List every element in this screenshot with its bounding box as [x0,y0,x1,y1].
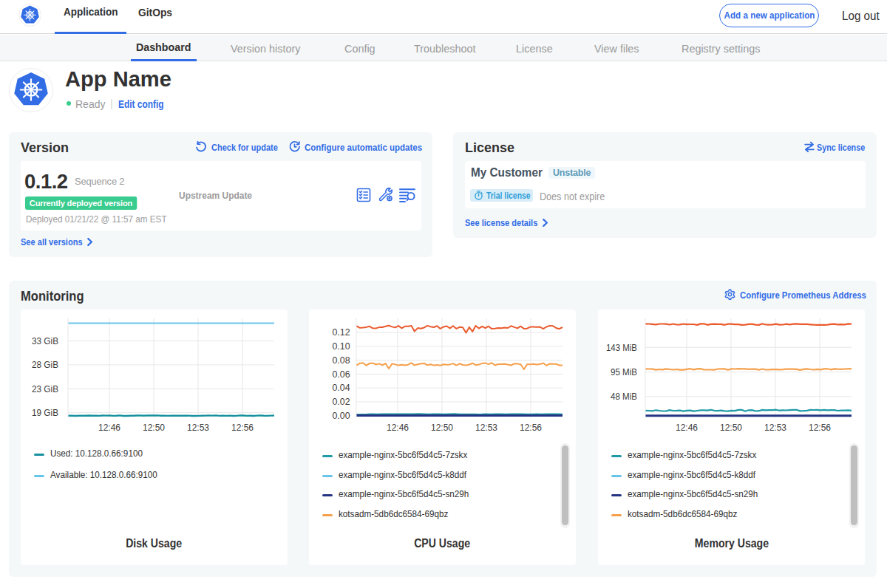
svg-text:12:53: 12:53 [475,423,497,433]
svg-text:143 MiB: 143 MiB [606,343,637,353]
svg-text:12:56: 12:56 [231,423,254,433]
svg-text:0.06: 0.06 [333,369,350,380]
svg-text:12:46: 12:46 [676,423,698,433]
svg-text:12:53: 12:53 [764,423,786,433]
svg-text:12:50: 12:50 [431,423,453,433]
svg-text:0.10: 0.10 [333,341,350,352]
svg-text:12:50: 12:50 [143,423,165,433]
svg-text:0.04: 0.04 [333,383,350,393]
svg-text:28 GiB: 28 GiB [32,360,58,370]
svg-text:0.02: 0.02 [333,397,350,407]
svg-text:95 MiB: 95 MiB [611,367,637,377]
svg-text:0.08: 0.08 [333,355,350,366]
svg-text:12:56: 12:56 [520,423,542,433]
svg-text:12:46: 12:46 [98,423,120,433]
svg-text:33 GiB: 33 GiB [32,336,58,346]
svg-text:12:50: 12:50 [720,423,742,433]
svg-text:48 MiB: 48 MiB [611,392,637,402]
svg-text:23 GiB: 23 GiB [32,384,58,394]
svg-text:12:53: 12:53 [187,423,209,433]
svg-text:12:56: 12:56 [809,423,831,433]
svg-text:19 GiB: 19 GiB [32,408,58,418]
svg-text:12:46: 12:46 [387,423,409,433]
svg-text:0.00: 0.00 [333,411,350,421]
svg-text:0.12: 0.12 [333,327,350,338]
